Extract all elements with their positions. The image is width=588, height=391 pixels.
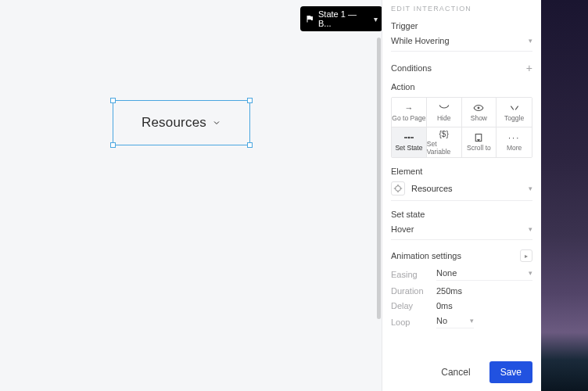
chevron-down-icon	[212, 118, 221, 127]
easing-select[interactable]: None ▾	[436, 268, 532, 281]
variable-icon: {$}	[439, 129, 449, 138]
action-set-state[interactable]: Set State	[392, 127, 427, 157]
action-more[interactable]: ··· More	[497, 127, 532, 157]
arrow-right-icon: →	[404, 103, 413, 113]
more-icon: ···	[508, 133, 520, 142]
action-show[interactable]: Show	[462, 98, 497, 127]
element-label: Element	[391, 167, 532, 176]
cancel-button[interactable]: Cancel	[430, 361, 481, 383]
desktop-background	[541, 0, 588, 391]
resize-handle-bl[interactable]	[110, 142, 116, 148]
chevron-down-icon: ▾	[529, 269, 532, 277]
chevron-down-icon: ▾	[529, 185, 532, 192]
panel-footer: Cancel Save	[430, 361, 532, 383]
panel-scrollbar[interactable]	[377, 38, 381, 319]
action-label: Action	[391, 82, 532, 91]
chevron-down-icon: ▾	[529, 37, 532, 45]
action-set-variable[interactable]: {$} Set Variable	[427, 127, 462, 157]
loop-select[interactable]: No ▾	[436, 316, 474, 328]
panel-title: EDIT INTERACTION	[391, 5, 532, 13]
action-toggle[interactable]: Toggle	[497, 98, 532, 127]
toggle-icon	[509, 103, 520, 113]
chevron-down-icon: ▾	[529, 225, 532, 233]
easing-label: Easing	[391, 270, 436, 279]
canvas-area[interactable]: State 1 — B... ▾ Resources	[0, 0, 382, 391]
duration-label: Duration	[391, 286, 436, 296]
loop-label: Loop	[391, 317, 436, 327]
set-state-select[interactable]: Hover ▾	[391, 224, 532, 240]
chevron-down-icon: ▾	[470, 317, 474, 325]
resize-handle-br[interactable]	[247, 142, 253, 148]
eye-icon	[473, 103, 484, 113]
resize-handle-tr[interactable]	[247, 98, 253, 103]
add-condition-button[interactable]: +	[526, 63, 532, 74]
interaction-panel: EDIT INTERACTION Trigger While Hovering …	[382, 0, 541, 391]
svg-point-1	[408, 137, 411, 139]
state-selector[interactable]: State 1 — B... ▾	[300, 6, 382, 31]
expand-animation-button[interactable]: ▸	[520, 249, 532, 262]
svg-point-3	[396, 186, 401, 192]
widget-label: Resources	[142, 115, 221, 131]
eye-closed-icon	[439, 103, 450, 113]
selected-widget[interactable]: Resources	[113, 100, 250, 145]
action-go-to-page[interactable]: → Go to Page	[392, 98, 427, 127]
element-select[interactable]: Resources ▾	[391, 181, 532, 201]
set-state-icon	[403, 133, 415, 142]
crosshair-icon[interactable]	[391, 181, 405, 196]
set-state-label: Set state	[391, 210, 532, 219]
delay-input[interactable]: 0ms	[436, 301, 532, 310]
action-hide[interactable]: Hide	[427, 98, 462, 127]
svg-point-0	[478, 106, 480, 109]
resize-handle-tl[interactable]	[110, 98, 116, 103]
conditions-label: Conditions	[391, 63, 432, 73]
flag-icon	[305, 14, 314, 23]
duration-input[interactable]: 250ms	[436, 286, 532, 296]
scroll-icon	[474, 133, 483, 142]
action-grid: → Go to Page Hide Show	[391, 97, 532, 158]
trigger-select[interactable]: While Hovering ▾	[391, 36, 532, 52]
action-scroll-to[interactable]: Scroll to	[462, 127, 497, 157]
state-selector-label: State 1 — B...	[318, 9, 368, 28]
chevron-down-icon: ▾	[374, 15, 378, 23]
trigger-label: Trigger	[391, 21, 532, 30]
delay-label: Delay	[391, 301, 436, 310]
save-button[interactable]: Save	[489, 361, 532, 383]
animation-label: Animation settings	[391, 251, 461, 260]
